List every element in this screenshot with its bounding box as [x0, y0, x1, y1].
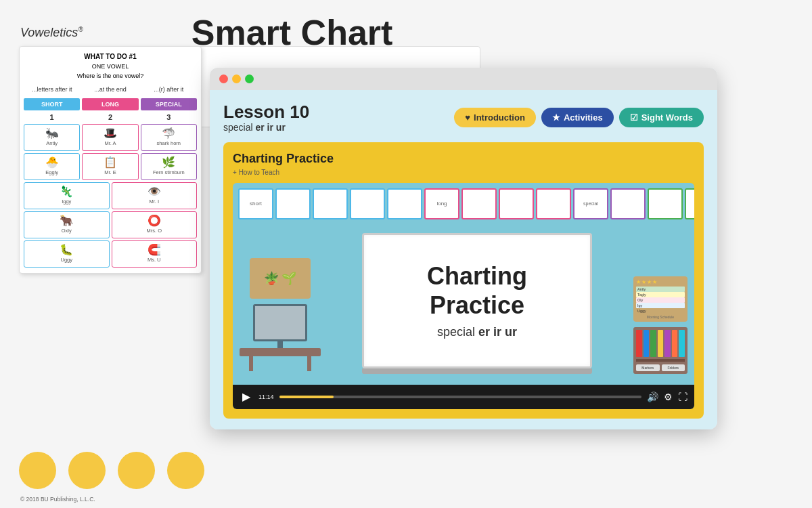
strip-card-9 — [536, 188, 571, 219]
char-row-a: 🐜 Antly 🎩 Mr. A 🦈 shark horn — [24, 124, 197, 151]
char-row-o: 🐂 Oxly ⭕ Mrs. O — [24, 211, 197, 238]
strip-card-5 — [387, 188, 422, 219]
main-content: Charting Practice How to Teach short lon… — [223, 142, 704, 419]
book-1 — [636, 330, 642, 357]
traffic-light-red[interactable] — [219, 75, 228, 83]
char-mr-e: 📋 Mr. E — [82, 153, 138, 180]
book-3 — [650, 330, 656, 357]
whiteboard-sub-text: special er ir ur — [437, 325, 517, 339]
lesson-title: Lesson 10 — [223, 102, 309, 122]
col-header-1: ...letters after it — [24, 85, 80, 96]
shelf-bottom — [636, 359, 685, 362]
plant-1: 🪴 — [264, 271, 279, 286]
strip-card-13 — [685, 188, 694, 219]
num-3: 3 — [141, 113, 197, 121]
star-icon: ★ — [552, 112, 560, 123]
type-long: LONG — [82, 98, 138, 110]
bookshelf: Markers Folders — [633, 327, 687, 374]
tv-desk — [240, 304, 321, 371]
strip-card-10: special — [573, 188, 608, 219]
how-to-teach-link[interactable]: How to Teach — [233, 169, 694, 176]
char-row-i: 🦎 Iggy 👁️ Mr. I — [24, 182, 197, 209]
time-display: 11:14 — [258, 394, 274, 400]
char-uggy: 🐛 Uggy — [24, 240, 110, 268]
control-icons: 🔊 ⚙ ⛶ — [647, 391, 687, 402]
tv-stand — [277, 341, 283, 348]
markers-btn: Markers — [636, 364, 660, 371]
copyright: © 2018 BU Publishing, L.L.C. — [20, 496, 95, 503]
strip-card-12 — [648, 188, 683, 219]
desk — [240, 348, 321, 356]
play-button[interactable]: ▶ — [240, 390, 253, 404]
char-ms-u: 🧲 Ms. U — [112, 240, 198, 268]
dot-3[interactable] — [118, 452, 155, 489]
books-row — [636, 330, 685, 357]
col-header-3: ...(r) after it — [141, 85, 197, 96]
traffic-light-green[interactable] — [245, 75, 254, 83]
browser-window: Lesson 10 special er ir ur ♥ Introductio… — [210, 68, 717, 429]
classroom: 🪴 🌱 — [233, 222, 694, 385]
strip-card-4 — [350, 188, 385, 219]
number-row: 1 2 3 — [24, 113, 197, 121]
book-7 — [679, 330, 685, 357]
lesson-info: Lesson 10 special er ir ur — [223, 102, 309, 133]
tab-activities[interactable]: ★ Activities — [541, 108, 614, 127]
star-board: ★★★★ Antly Tagly Oly Igy Uggy Morning Sc… — [633, 276, 687, 322]
book-4 — [658, 330, 664, 357]
strip-card-1: short — [238, 188, 273, 219]
char-oxly: 🐂 Oxly — [24, 211, 110, 238]
char-antly: 🐜 Antly — [24, 124, 80, 151]
dot-2[interactable] — [68, 452, 106, 489]
dot-4[interactable] — [167, 452, 204, 489]
tab-sight-words[interactable]: ☑ Sight Words — [619, 108, 704, 127]
settings-icon[interactable]: ⚙ — [664, 391, 673, 402]
shelf-buttons: Markers Folders — [636, 364, 685, 371]
tab-introduction[interactable]: ♥ Introduction — [454, 108, 536, 127]
strip-card-7 — [461, 188, 497, 219]
col-header-2: ...at the end — [82, 85, 138, 96]
char-shark: 🦈 shark horn — [141, 124, 197, 151]
check-icon: ☑ — [630, 112, 638, 123]
right-panel: ★★★★ Antly Tagly Oly Igy Uggy Morning Sc… — [633, 276, 687, 374]
whiteboard: Charting Practice special er ir ur — [362, 233, 592, 368]
browser-titlebar — [210, 68, 717, 90]
dots-row — [19, 452, 204, 489]
char-mr-a: 🎩 Mr. A — [82, 124, 138, 151]
video-controls: ▶ 11:14 🔊 ⚙ ⛶ — [233, 385, 694, 409]
lesson-header: Lesson 10 special er ir ur ♥ Introductio… — [223, 102, 704, 133]
progress-bar[interactable] — [279, 396, 641, 398]
heart-icon: ♥ — [465, 112, 470, 123]
dot-1[interactable] — [19, 452, 56, 489]
book-2 — [644, 330, 650, 357]
browser-content: Lesson 10 special er ir ur ♥ Introductio… — [210, 90, 717, 429]
whiteboard-ledge — [362, 368, 592, 374]
column-headers: ...letters after it ...at the end ...(r)… — [24, 85, 197, 96]
type-special: SPECIAL — [141, 98, 197, 110]
traffic-light-yellow[interactable] — [232, 75, 241, 83]
book-5 — [664, 330, 671, 357]
volume-icon[interactable]: 🔊 — [647, 391, 658, 402]
char-row-e: 🐣 Eggly 📋 Mr. E 🌿 Fern stirnburn — [24, 153, 197, 180]
char-mrs-o: ⭕ Mrs. O — [112, 211, 198, 238]
app-logo: Voweletics® — [20, 26, 83, 40]
strip-card-6: long — [424, 188, 459, 219]
video-area: short long special — [233, 183, 694, 409]
plant-2: 🌱 — [281, 271, 296, 286]
lesson-subtitle: special er ir ur — [223, 122, 309, 133]
whiteboard-container: Charting Practice special er ir ur — [328, 233, 627, 374]
strip-card-3 — [313, 188, 348, 219]
folders-btn: Folders — [662, 364, 685, 371]
type-row: SHORT LONG SPECIAL — [24, 98, 197, 110]
progress-fill — [279, 396, 334, 398]
tv-screen — [253, 304, 307, 341]
card-title: WHAT TO DO #1 ONE VOWEL Where is the one… — [24, 52, 197, 81]
smart-chart-card: WHAT TO DO #1 ONE VOWEL Where is the one… — [19, 46, 202, 274]
char-eggly: 🐣 Eggly — [24, 153, 80, 180]
strip-card-2 — [275, 188, 311, 219]
content-title: Charting Practice — [233, 152, 694, 166]
char-row-u: 🐛 Uggy 🧲 Ms. U — [24, 240, 197, 268]
type-short: SHORT — [24, 98, 80, 110]
card-strip: short long special — [233, 183, 694, 222]
char-fern: 🌿 Fern stirnburn — [141, 153, 197, 180]
fullscreen-icon[interactable]: ⛶ — [678, 391, 687, 402]
